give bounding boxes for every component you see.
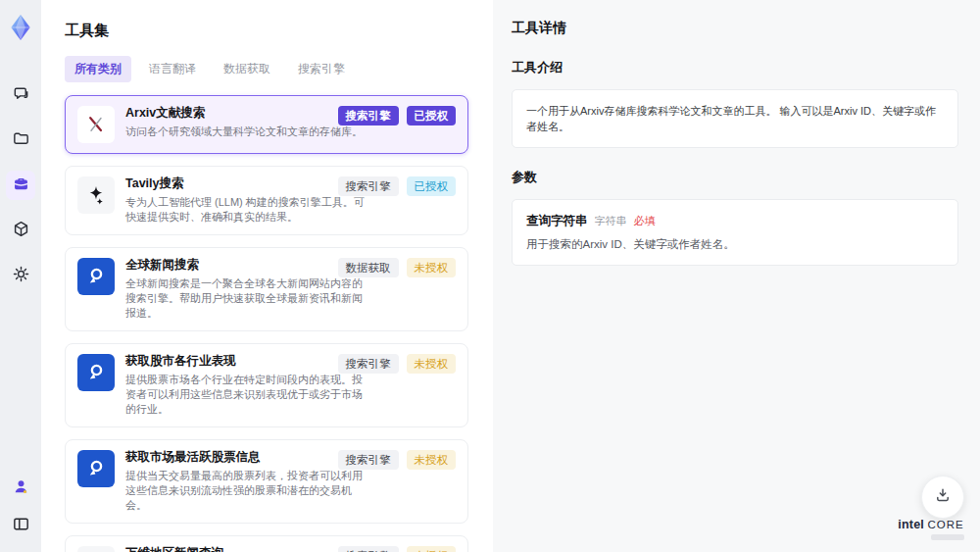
category-badge: 搜索引擎 [338,546,399,552]
sidebar-item-files[interactable] [6,125,35,155]
search-icon [77,450,115,487]
category-badge: 数据获取 [338,258,399,277]
tool-card-arxiv[interactable]: Arxiv文献搜索 访问各个研究领域大量科学论文和文章的存储库。 搜索引擎 已授… [65,95,468,154]
sidebar-bottom [6,474,35,540]
tool-description: 访问各个研究领域大量科学论文和文章的存储库。 [125,125,368,139]
auth-status-badge: 未授权 [407,258,457,277]
auth-status-badge: 已授权 [407,106,457,125]
auth-status-badge: 未授权 [407,354,457,374]
param-required-flag: 必填 [634,214,656,228]
arxiv-icon [77,106,115,143]
auth-status-badge: 已授权 [407,176,457,196]
sidebar-item-chat[interactable] [6,80,35,110]
category-badge: 搜索引擎 [338,106,399,125]
sidebar-item-settings[interactable] [6,261,35,290]
sidebar-item-profile[interactable] [6,474,35,503]
folder-icon [12,129,30,152]
auth-status-badge: 未授权 [407,450,457,470]
intro-box: 一个用于从Arxiv存储库搜索科学论文和文章的工具。 输入可以是Arxiv ID… [512,89,958,148]
panel-toggle-icon [12,515,30,537]
param-type: 字符串 [595,214,627,228]
tool-card-tavily[interactable]: Tavily搜索 专为人工智能代理 (LLM) 构建的搜索引擎工具。可快速提供实… [65,166,468,235]
tool-description: 提供股票市场各个行业在特定时间段内的表现。投资者可以利用这些信息来识别表现优于或… [125,373,368,417]
tab-search-engine[interactable]: 搜索引擎 [288,56,355,82]
icon-sidebar [0,0,41,552]
category-badge: 搜索引擎 [338,176,399,196]
intro-heading: 工具介绍 [512,59,958,76]
tool-detail-panel: 工具详情 工具介绍 一个用于从Arxiv存储库搜索科学论文和文章的工具。 输入可… [493,0,980,552]
tool-description: 全球新闻搜索是一个聚合全球各大新闻网站内容的搜索引擎。帮助用户快速获取全球最新资… [125,276,368,321]
tool-description: 提供当天交易量最高的股票列表，投资者可以利用这些信息来识别流动性强的股票和潜在的… [125,469,368,513]
tab-all-categories[interactable]: 所有类别 [65,56,131,82]
page-title: 工具集 [65,22,493,40]
gear-icon [12,265,30,287]
tab-language-translation[interactable]: 语言翻译 [139,56,206,82]
app-window: 工具集 所有类别 语言翻译 数据获取 搜索引擎 Arxiv文献搜索 访问各个研究… [0,0,980,552]
auth-status-badge: 未授权 [407,546,457,552]
sidebar-item-panel-toggle[interactable] [6,511,35,540]
params-heading: 参数 [512,169,958,186]
tool-card-global-news[interactable]: 全球新闻搜索 全球新闻搜索是一个聚合全球各大新闻网站内容的搜索引擎。帮助用户快速… [65,247,468,331]
intel-core-logo: intel CORE [894,518,968,540]
sidebar-nav [6,80,35,290]
sidebar-item-plugins[interactable] [6,216,35,245]
download-button[interactable] [921,476,964,519]
category-badge: 搜索引擎 [338,450,399,470]
chat-icon [12,84,30,107]
tool-card-regional-news[interactable]: 万维地区新闻查询 查询具体行政区划内的新闻，快速了解各地新闻动 搜索引擎 未授权 [65,535,468,552]
tools-panel: 工具集 所有类别 语言翻译 数据获取 搜索引擎 Arxiv文献搜索 访问各个研究… [41,0,493,552]
category-tabs: 所有类别 语言翻译 数据获取 搜索引擎 [65,56,493,82]
tool-card-most-active-stocks[interactable]: 获取市场最活跃股票信息 提供当天交易量最高的股票列表，投资者可以利用这些信息来识… [65,439,468,524]
sidebar-item-tools[interactable] [6,171,35,200]
tool-card-sector-performance[interactable]: 获取股市各行业表现 提供股票市场各个行业在特定时间段内的表现。投资者可以利用这些… [65,343,468,427]
sparkle-icon [77,176,115,214]
param-box: 查询字符串 字符串 必填 用于搜索的Arxiv ID、关键字或作者姓名。 [512,199,958,266]
user-icon [12,477,30,500]
building-icon [77,546,115,552]
search-icon [77,258,115,295]
detail-title: 工具详情 [512,20,958,37]
app-logo-icon[interactable] [7,14,34,41]
intro-text: 一个用于从Arxiv存储库搜索科学论文和文章的工具。 输入可以是Arxiv ID… [526,103,944,134]
tool-list: Arxiv文献搜索 访问各个研究领域大量科学论文和文章的存储库。 搜索引擎 已授… [65,95,493,552]
cube-icon [12,220,30,242]
search-icon [77,354,115,391]
param-description: 用于搜索的Arxiv ID、关键字或作者姓名。 [526,237,944,252]
category-badge: 搜索引擎 [338,354,399,374]
param-name: 查询字符串 [526,213,588,229]
intel-logo-subtext [931,534,964,540]
download-icon [933,485,953,509]
tool-description: 专为人工智能代理 (LLM) 构建的搜索引擎工具。可快速提供实时、准确和真实的结… [125,195,368,225]
toolbox-icon [12,175,30,197]
tab-data-fetch[interactable]: 数据获取 [214,56,280,82]
